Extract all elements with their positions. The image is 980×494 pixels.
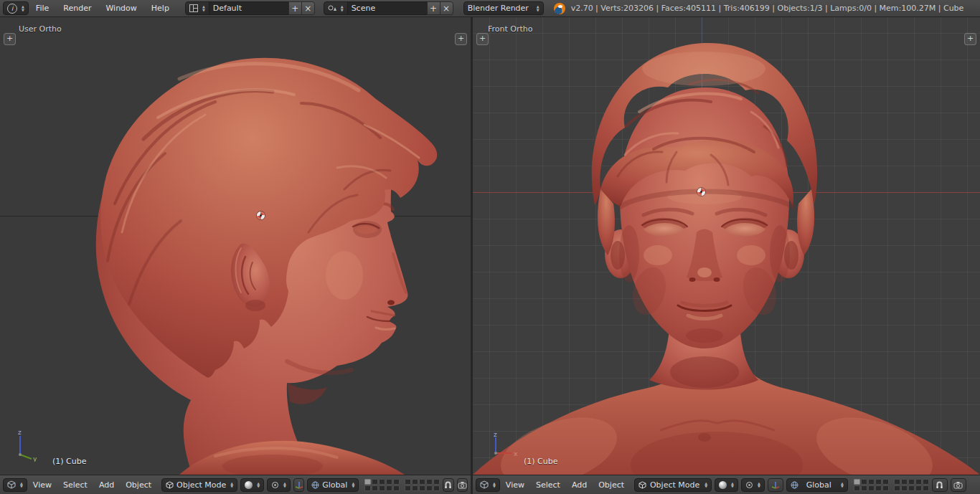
layer-cell[interactable] (894, 479, 900, 485)
layer-cell[interactable] (861, 485, 867, 491)
render-opengl-button[interactable] (951, 478, 966, 492)
layer-cell[interactable] (405, 485, 411, 491)
layer-cell[interactable] (908, 485, 915, 491)
layer-cell[interactable] (915, 485, 922, 491)
editor-type-select[interactable]: i (3, 1, 29, 15)
layer-cell[interactable] (364, 485, 371, 491)
layer-cell[interactable] (854, 485, 860, 491)
screen-layout-add-button[interactable]: + (288, 1, 302, 15)
render-engine-select[interactable]: Blender Render (463, 1, 544, 15)
layer-cell[interactable] (386, 479, 392, 485)
viewport-3d-left[interactable]: z y + + User Ortho (1) Cube (0, 17, 471, 475)
chevron-updown-icon (537, 5, 540, 11)
layer-cell[interactable] (861, 479, 867, 485)
editor-type-select[interactable] (476, 478, 500, 492)
snap-toggle[interactable] (932, 478, 948, 492)
viewport-shading-select[interactable] (715, 478, 738, 492)
layer-cell[interactable] (908, 479, 915, 485)
svg-text:z: z (18, 429, 22, 436)
object-mode-icon (639, 481, 646, 489)
manipulator-toggle[interactable] (293, 478, 304, 492)
pivot-select[interactable] (741, 478, 765, 492)
layer-cell[interactable] (901, 479, 908, 485)
layer-cell[interactable] (405, 479, 411, 485)
layer-cell[interactable] (915, 479, 922, 485)
layer-cell[interactable] (393, 485, 400, 491)
snap-toggle[interactable] (443, 478, 453, 492)
chevron-updown-icon (841, 482, 844, 488)
chevron-updown-icon (283, 482, 286, 488)
mode-label: Object Mode (650, 480, 699, 490)
screen-layout-browse[interactable] (185, 1, 209, 15)
menu-select[interactable]: Select (530, 480, 566, 490)
layer-cell[interactable] (923, 485, 929, 491)
layer-cell[interactable] (868, 485, 875, 491)
scene-name[interactable]: Scene (347, 1, 428, 15)
layer-cell[interactable] (386, 485, 392, 491)
layer-grid (894, 479, 929, 491)
mode-select[interactable]: Object Mode (161, 478, 237, 492)
region-expand-icon[interactable]: + (4, 33, 16, 45)
menu-add[interactable]: Add (93, 480, 120, 490)
screen-layout-name[interactable]: Default (209, 1, 289, 15)
menu-window[interactable]: Window (98, 4, 143, 13)
orientation-select[interactable]: Global (786, 478, 848, 492)
layer-cell[interactable] (426, 479, 433, 485)
layer-cell[interactable] (854, 479, 860, 485)
menu-view[interactable]: View (27, 480, 57, 490)
layer-cell[interactable] (875, 485, 882, 491)
layer-cell[interactable] (875, 479, 882, 485)
menu-file[interactable]: File (29, 4, 56, 13)
orientation-globe-icon (791, 481, 798, 489)
layer-cell[interactable] (393, 479, 400, 485)
axis-gizmo: z y (9, 429, 39, 462)
layer-cell[interactable] (868, 479, 875, 485)
editor-type-select[interactable] (3, 478, 27, 492)
menu-object[interactable]: Object (120, 480, 157, 490)
chevron-updown-icon (493, 482, 496, 488)
layer-cell[interactable] (379, 485, 385, 491)
menu-select[interactable]: Select (57, 480, 93, 490)
menu-render[interactable]: Render (56, 4, 98, 13)
shading-sphere-icon (719, 481, 727, 489)
menu-add[interactable]: Add (566, 480, 593, 490)
layer-cell[interactable] (412, 479, 418, 485)
region-expand-icon[interactable]: + (964, 33, 976, 45)
orientation-select[interactable]: Global (307, 478, 359, 492)
layer-cell[interactable] (882, 485, 889, 491)
top-header: i File Render Window Help Default + × (0, 0, 980, 17)
region-expand-icon[interactable]: + (455, 33, 467, 45)
layer-cell[interactable] (419, 479, 425, 485)
pivot-select[interactable] (267, 478, 291, 492)
menu-help[interactable]: Help (144, 4, 176, 13)
layer-cell[interactable] (372, 479, 378, 485)
scene-delete-button[interactable]: × (440, 1, 453, 15)
svg-text:z: z (494, 433, 497, 438)
camera-icon (953, 481, 963, 489)
layer-cell[interactable] (894, 485, 900, 491)
layer-cell[interactable] (923, 479, 929, 485)
layer-cell[interactable] (433, 485, 440, 491)
screen-layout-delete-button[interactable]: × (301, 1, 315, 15)
layer-cell[interactable] (433, 479, 440, 485)
menu-object[interactable]: Object (593, 480, 630, 490)
region-expand-icon[interactable]: + (476, 33, 489, 45)
viewport-3d-right[interactable]: z x + + Front Ortho (1) Cube (473, 17, 980, 475)
layer-cell[interactable] (379, 479, 385, 485)
menu-view[interactable]: View (500, 480, 530, 490)
manipulator-toggle[interactable] (768, 478, 783, 492)
render-opengl-button[interactable] (457, 478, 468, 492)
layer-cell[interactable] (882, 479, 889, 485)
layer-cell[interactable] (419, 485, 425, 491)
layer-cell[interactable] (426, 485, 433, 491)
viewport-shading-select[interactable] (240, 478, 264, 492)
layer-cell[interactable] (372, 485, 378, 491)
layer-cell[interactable] (364, 479, 371, 485)
mode-select[interactable]: Object Mode (634, 478, 712, 492)
scene-browse[interactable] (324, 1, 348, 15)
layer-cell[interactable] (901, 485, 908, 491)
chevron-updown-icon (758, 482, 760, 488)
view-header-right: View Select Add Object Object Mode (473, 475, 980, 494)
scene-add-button[interactable]: + (427, 1, 440, 15)
layer-cell[interactable] (412, 485, 418, 491)
